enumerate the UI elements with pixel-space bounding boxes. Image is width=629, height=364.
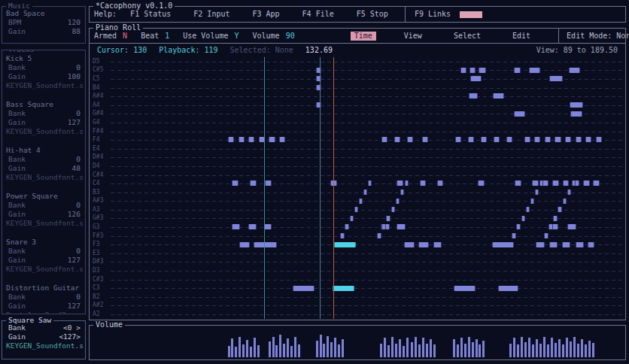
note[interactable] bbox=[567, 224, 576, 229]
note[interactable] bbox=[386, 216, 390, 221]
note[interactable] bbox=[248, 224, 257, 229]
note[interactable] bbox=[422, 137, 428, 142]
note[interactable] bbox=[460, 68, 466, 73]
note[interactable] bbox=[469, 68, 476, 73]
note[interactable] bbox=[239, 242, 250, 247]
note[interactable] bbox=[265, 180, 272, 186]
note[interactable] bbox=[498, 286, 518, 291]
note[interactable] bbox=[239, 137, 245, 142]
note[interactable] bbox=[454, 286, 476, 291]
note[interactable] bbox=[316, 102, 321, 108]
note[interactable] bbox=[269, 137, 275, 142]
note[interactable] bbox=[529, 68, 540, 73]
tab-view[interactable]: View bbox=[400, 32, 426, 41]
note[interactable] bbox=[405, 180, 409, 186]
note[interactable] bbox=[493, 93, 504, 99]
note[interactable] bbox=[279, 137, 285, 142]
note[interactable] bbox=[334, 242, 356, 247]
note[interactable] bbox=[544, 233, 548, 238]
note[interactable] bbox=[492, 242, 514, 247]
use-volume-field[interactable]: Use Volume Y bbox=[183, 32, 239, 41]
note[interactable] bbox=[404, 242, 415, 247]
track-item[interactable]: Bass SquareBank0Gain127KEYGEN_Soundfont.… bbox=[4, 100, 84, 136]
note[interactable] bbox=[232, 180, 239, 186]
note[interactable] bbox=[264, 224, 272, 229]
track-item[interactable]: Snare 3Bank0Gain127KEYGEN_Soundfont.s bbox=[4, 238, 84, 274]
note[interactable] bbox=[524, 137, 530, 142]
note[interactable] bbox=[397, 224, 406, 229]
tab-edit[interactable]: Edit bbox=[509, 32, 534, 41]
note[interactable] bbox=[381, 224, 385, 229]
note[interactable] bbox=[526, 207, 530, 212]
tab-select[interactable]: Select bbox=[450, 32, 485, 41]
note[interactable] bbox=[563, 199, 567, 204]
note[interactable] bbox=[555, 137, 561, 142]
note[interactable] bbox=[468, 137, 474, 142]
menu-item-f9-links[interactable]: F9 Links bbox=[415, 10, 451, 19]
note[interactable] bbox=[521, 216, 525, 221]
note[interactable] bbox=[420, 180, 427, 186]
note[interactable] bbox=[593, 180, 600, 186]
note[interactable] bbox=[350, 216, 354, 221]
note[interactable] bbox=[481, 137, 487, 142]
note[interactable] bbox=[576, 137, 582, 142]
note[interactable] bbox=[506, 137, 512, 142]
note[interactable] bbox=[340, 233, 344, 238]
selected-gain-row[interactable]: Gain <127> bbox=[4, 332, 84, 341]
note[interactable] bbox=[532, 180, 539, 186]
note[interactable] bbox=[548, 224, 552, 229]
track-item[interactable]: Power SquareBank0Gain126KEYGEN_Soundfont… bbox=[4, 192, 84, 228]
note[interactable] bbox=[407, 137, 413, 142]
note[interactable] bbox=[583, 180, 590, 186]
note[interactable] bbox=[469, 93, 478, 99]
note[interactable] bbox=[381, 137, 387, 142]
note[interactable] bbox=[539, 180, 543, 186]
note[interactable] bbox=[333, 286, 354, 291]
volume-field[interactable]: Volume 90 bbox=[253, 32, 295, 41]
note[interactable] bbox=[316, 76, 321, 81]
note[interactable] bbox=[570, 111, 582, 117]
note[interactable] bbox=[596, 137, 602, 142]
note[interactable] bbox=[545, 137, 551, 142]
selected-track-panel[interactable]: Square Saw Bank <0 > Gain <127> KEYGEN_S… bbox=[2, 320, 86, 359]
note[interactable] bbox=[563, 180, 570, 186]
note[interactable] bbox=[565, 137, 571, 142]
menu-item-f4[interactable]: F4 File bbox=[302, 10, 334, 19]
note[interactable] bbox=[232, 224, 240, 229]
menu-item-f5[interactable]: F5 Stop bbox=[357, 10, 388, 19]
note[interactable] bbox=[316, 68, 321, 73]
note[interactable] bbox=[470, 76, 482, 81]
note[interactable] bbox=[576, 242, 585, 247]
track-item[interactable]: Kick 5Bank0Gain100KEYGEN_Soundfont.s bbox=[4, 54, 84, 90]
beat-field[interactable]: Beat 1 bbox=[141, 32, 169, 41]
note[interactable] bbox=[567, 190, 571, 195]
note-grid[interactable] bbox=[111, 57, 624, 319]
note[interactable] bbox=[363, 190, 367, 195]
note[interactable] bbox=[345, 224, 348, 229]
note[interactable] bbox=[400, 190, 404, 195]
note[interactable] bbox=[316, 85, 321, 90]
note[interactable] bbox=[437, 180, 444, 186]
note[interactable] bbox=[585, 137, 591, 142]
note[interactable] bbox=[394, 137, 400, 142]
note[interactable] bbox=[377, 233, 381, 238]
note[interactable] bbox=[293, 286, 314, 291]
note[interactable] bbox=[549, 242, 558, 247]
note[interactable] bbox=[478, 180, 485, 186]
note[interactable] bbox=[248, 137, 254, 142]
note[interactable] bbox=[354, 207, 358, 212]
note[interactable] bbox=[479, 68, 487, 73]
armed-field[interactable]: Armed N bbox=[94, 32, 127, 41]
menu-item-f3[interactable]: F3 App bbox=[252, 10, 279, 19]
note[interactable] bbox=[396, 199, 400, 204]
note[interactable] bbox=[228, 137, 234, 142]
note[interactable] bbox=[455, 137, 461, 142]
menu-item-f2[interactable]: F2 Input bbox=[193, 10, 229, 19]
note[interactable] bbox=[514, 68, 521, 73]
note[interactable] bbox=[250, 180, 257, 186]
note[interactable] bbox=[588, 242, 595, 247]
note[interactable] bbox=[397, 180, 403, 186]
note[interactable] bbox=[558, 207, 561, 212]
selected-bank-value[interactable]: <0 > bbox=[63, 323, 81, 332]
note[interactable] bbox=[512, 233, 515, 238]
